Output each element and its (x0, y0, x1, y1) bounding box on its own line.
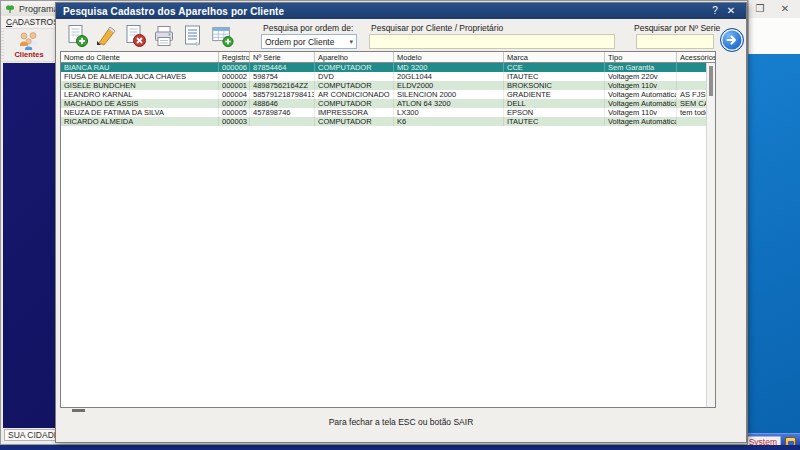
cell[interactable]: GRADIENTE (504, 90, 605, 99)
column-header-4[interactable]: Modelo (394, 52, 504, 62)
add-device-button[interactable] (209, 22, 235, 50)
search-go-button[interactable] (720, 28, 744, 52)
cell[interactable]: NEUZA DE FATIMA DA SILVA (61, 108, 219, 117)
cell[interactable]: 58579121879841327897T (250, 90, 315, 99)
arrow-right-icon (724, 32, 740, 48)
cell[interactable]: 48987562164ZZ (250, 81, 315, 90)
cell[interactable]: 000001 (219, 81, 250, 90)
column-header-6[interactable]: Tipo (605, 52, 677, 62)
cell[interactable]: ELDV2000 (394, 81, 504, 90)
cell[interactable]: 457898746 (250, 108, 315, 117)
help-button[interactable]: ? (707, 4, 723, 18)
cell[interactable]: EPSON (504, 108, 605, 117)
cell[interactable]: MACHADO DE ASSIS (61, 99, 219, 108)
cell[interactable]: COMPUTADOR (315, 81, 394, 90)
add-device-grid-icon (210, 24, 234, 48)
cell[interactable]: LEANDRO KARNAL (61, 90, 219, 99)
column-header-7[interactable]: Acessórios (677, 52, 716, 62)
cell[interactable]: 000006 (219, 63, 250, 72)
client-search-label: Pesquisar por Cliente / Proprietário (371, 23, 503, 33)
column-header-5[interactable]: Marca (504, 52, 605, 62)
cell[interactable]: 000003 (219, 117, 250, 126)
cell[interactable]: Sem Garantia (605, 63, 677, 72)
people-icon (16, 32, 42, 50)
cell[interactable]: ATLON 64 3200 (394, 99, 504, 108)
cell[interactable]: MD 3200 (394, 63, 504, 72)
column-header-3[interactable]: Aparelho (315, 52, 394, 62)
client-search-input[interactable] (369, 34, 615, 49)
close-button[interactable]: ✕ (777, 2, 793, 16)
cell[interactable]: Voltagem Automática (605, 117, 677, 126)
cell[interactable]: COMPUTADOR (315, 99, 394, 108)
cell[interactable]: Voltagem 220v (605, 72, 677, 81)
column-header-0[interactable]: Nome do Cliente (61, 52, 219, 62)
desktop: ❐ ✕ System Programa A CADASTROS (0, 0, 800, 450)
vertical-scrollbar[interactable] (706, 63, 715, 407)
cell[interactable]: DVD (315, 72, 394, 81)
restore-button[interactable]: ❐ (752, 2, 768, 16)
fragment-body (749, 18, 800, 54)
cell[interactable]: 488646 (250, 99, 315, 108)
add-record-button[interactable] (64, 22, 90, 50)
column-header-1[interactable]: Registro (219, 52, 250, 62)
add-record-icon (65, 24, 89, 48)
cell[interactable]: 87854464 (250, 63, 315, 72)
cell[interactable]: 20GL1044 (394, 72, 504, 81)
edit-record-button[interactable] (93, 22, 119, 50)
delete-record-button[interactable] (122, 22, 148, 50)
cell[interactable]: LX300 (394, 108, 504, 117)
cell[interactable]: 000005 (219, 108, 250, 117)
clientes-button[interactable]: Clientes (4, 30, 54, 61)
table-row[interactable]: MACHADO DE ASSIS000007488646COMPUTADORAT… (61, 99, 715, 108)
cell[interactable]: 000004 (219, 90, 250, 99)
table-row[interactable]: LEANDRO KARNAL00000458579121879841327897… (61, 90, 715, 99)
cell[interactable]: BIANCA RAU (61, 63, 219, 72)
grid-rows: BIANCA RAU00000687854464COMPUTADORMD 320… (61, 63, 715, 126)
cell[interactable]: Voltagem 110v (605, 81, 677, 90)
cell[interactable]: K6 (394, 117, 504, 126)
footer-hint: Para fechar a tela ESC ou botão SAIR (56, 417, 746, 427)
cell[interactable]: FIUSA DE ALMEIDA JUCA CHAVES (61, 72, 219, 81)
table-row[interactable]: FIUSA DE ALMEIDA JUCA CHAVES000002598754… (61, 72, 715, 81)
cell[interactable]: AR CONDICIONADO (315, 90, 394, 99)
cell[interactable]: DELL (504, 99, 605, 108)
cell[interactable]: Voltagem 110v (605, 108, 677, 117)
cell[interactable]: ITAUTEC (504, 117, 605, 126)
dialog-titlebar[interactable]: Pesquisa Cadastro dos Aparelhos por Clie… (56, 3, 746, 19)
cell[interactable]: Voltagem Automática (605, 90, 677, 99)
cell[interactable]: BROKSONIC (504, 81, 605, 90)
cell[interactable]: 000002 (219, 72, 250, 81)
cell[interactable]: ITAUTEC (504, 72, 605, 81)
dialog-toolbar (64, 22, 235, 50)
cell[interactable]: 598754 (250, 72, 315, 81)
pesquisa-dialog: Pesquisa Cadastro dos Aparelhos por Clie… (55, 2, 747, 443)
clientes-label: Clientes (14, 50, 43, 59)
cell[interactable]: RICARDO ALMEIDA (61, 117, 219, 126)
order-combobox[interactable]: Ordem por Cliente ▾ (261, 34, 357, 49)
cell[interactable]: Voltagem Automática (605, 99, 677, 108)
cell[interactable]: COMPUTADOR (315, 63, 394, 72)
serial-search-input[interactable] (636, 34, 714, 49)
cell[interactable]: SILENCION 2000 (394, 90, 504, 99)
close-button[interactable]: ✕ (723, 4, 739, 18)
print-button[interactable] (151, 22, 177, 50)
dialog-title: Pesquisa Cadastro dos Aparelhos por Clie… (63, 6, 707, 17)
scrollbar-thumb[interactable] (709, 66, 713, 96)
cell[interactable] (250, 117, 315, 126)
column-header-2[interactable]: Nº Série (250, 52, 315, 62)
cell[interactable]: COMPUTADOR (315, 117, 394, 126)
background-window-fragment: ❐ ✕ (748, 0, 800, 54)
table-row[interactable]: BIANCA RAU00000687854464COMPUTADORMD 320… (61, 63, 715, 72)
table-row[interactable]: NEUZA DE FATIMA DA SILVA000005457898746I… (61, 108, 715, 117)
cell[interactable]: CCE (504, 63, 605, 72)
table-row[interactable]: RICARDO ALMEIDA000003COMPUTADORK6ITAUTEC… (61, 117, 715, 126)
cell[interactable]: GISELE BUNDCHEN (61, 81, 219, 90)
chevron-down-icon: ▾ (349, 38, 356, 46)
report-button[interactable] (180, 22, 206, 50)
cell[interactable]: 000007 (219, 99, 250, 108)
edit-pencil-icon (94, 24, 118, 48)
horizontal-scrollbar-thumb[interactable] (72, 409, 85, 412)
order-value: Ordem por Cliente (265, 37, 334, 47)
table-row[interactable]: GISELE BUNDCHEN00000148987562164ZZCOMPUT… (61, 81, 715, 90)
cell[interactable]: IMPRESSORA (315, 108, 394, 117)
